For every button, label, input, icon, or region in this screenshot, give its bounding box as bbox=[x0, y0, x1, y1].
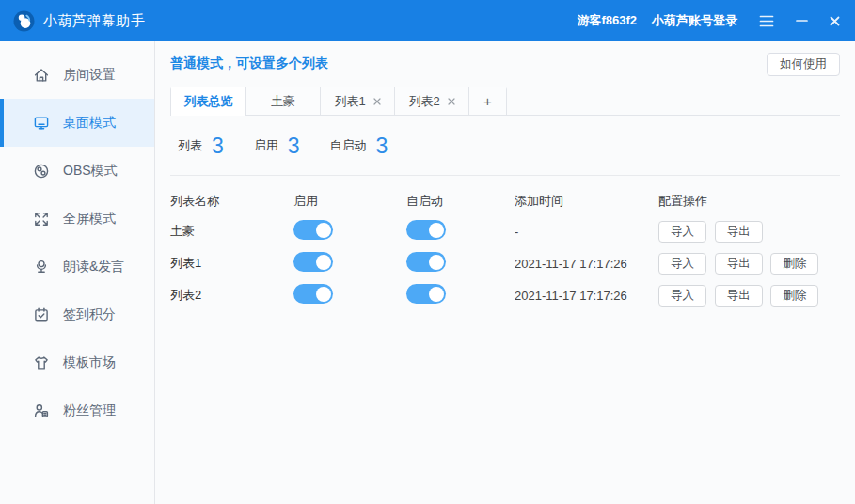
added-time: 2021-11-17 17:17:26 bbox=[515, 289, 658, 303]
table-row: 列表2 2021-11-17 17:17:26 导入 导出 删除 bbox=[170, 279, 840, 311]
sidebar-item-label: OBS模式 bbox=[63, 163, 118, 180]
enable-toggle[interactable] bbox=[293, 284, 333, 304]
stats-row: 列表 3 启用 3 自启动 3 bbox=[170, 116, 840, 159]
tab-bar: 列表总览 土豪 列表1 列表2 + bbox=[170, 87, 840, 116]
tab-list-1[interactable]: 列表1 bbox=[320, 87, 394, 116]
mode-title: 普通模式，可设置多个列表 bbox=[170, 55, 328, 72]
stat-enabled: 启用 3 bbox=[254, 135, 300, 157]
sidebar-item-fans-management[interactable]: 粉丝管理 bbox=[0, 386, 154, 434]
autostart-toggle[interactable] bbox=[406, 284, 446, 304]
stat-autostart: 自启动 3 bbox=[330, 135, 388, 157]
enable-toggle[interactable] bbox=[293, 252, 333, 272]
desktop-icon bbox=[33, 115, 50, 132]
guest-id: 游客f863f2 bbox=[577, 12, 637, 29]
sidebar-item-label: 桌面模式 bbox=[63, 115, 116, 132]
sidebar-item-label: 朗读&发言 bbox=[63, 259, 124, 276]
tab-close-icon[interactable] bbox=[373, 98, 381, 105]
delete-button[interactable]: 删除 bbox=[770, 285, 818, 307]
sidebar-item-label: 粉丝管理 bbox=[63, 402, 116, 419]
app-logo-icon bbox=[13, 10, 35, 32]
delete-button[interactable]: 删除 bbox=[770, 253, 818, 275]
export-button[interactable]: 导出 bbox=[715, 253, 763, 275]
tab-list-overview[interactable]: 列表总览 bbox=[171, 87, 245, 116]
col-enabled: 启用 bbox=[293, 193, 406, 210]
sidebar-item-label: 房间设置 bbox=[63, 67, 116, 84]
sidebar-item-speech[interactable]: 朗读&发言 bbox=[0, 243, 154, 291]
export-button[interactable]: 导出 bbox=[715, 221, 763, 243]
table-row: 列表1 2021-11-17 17:17:26 导入 导出 删除 bbox=[170, 247, 840, 279]
how-to-use-button[interactable]: 如何使用 bbox=[767, 53, 840, 76]
add-tab-button[interactable]: + bbox=[468, 87, 506, 116]
import-button[interactable]: 导入 bbox=[658, 285, 706, 307]
col-actions: 配置操作 bbox=[658, 193, 840, 210]
col-list-name: 列表名称 bbox=[170, 193, 293, 210]
tab-list-2[interactable]: 列表2 bbox=[394, 87, 468, 116]
autostart-toggle[interactable] bbox=[406, 252, 446, 272]
col-added-time: 添加时间 bbox=[515, 193, 658, 210]
list-name: 土豪 bbox=[170, 223, 293, 240]
stat-lists-value: 3 bbox=[212, 135, 224, 157]
enable-toggle[interactable] bbox=[293, 220, 333, 240]
list-name: 列表2 bbox=[170, 287, 293, 304]
import-button[interactable]: 导入 bbox=[658, 253, 706, 275]
account-login-link[interactable]: 小葫芦账号登录 bbox=[652, 12, 737, 29]
sidebar-item-obs-mode[interactable]: OBS模式 bbox=[0, 147, 154, 195]
close-icon[interactable] bbox=[830, 16, 840, 26]
added-time: 2021-11-17 17:17:26 bbox=[515, 257, 658, 271]
export-button[interactable]: 导出 bbox=[715, 285, 763, 307]
fans-icon bbox=[33, 402, 50, 419]
home-icon bbox=[33, 67, 50, 84]
tab-tuhao[interactable]: 土豪 bbox=[245, 87, 320, 116]
tshirt-icon bbox=[33, 354, 50, 371]
sidebar: 房间设置 桌面模式 OBS模式 bbox=[0, 41, 155, 504]
content-header: 普通模式，可设置多个列表 如何使用 bbox=[170, 41, 840, 87]
col-autostart: 自启动 bbox=[406, 193, 515, 210]
import-button[interactable]: 导入 bbox=[658, 221, 706, 243]
fullscreen-icon bbox=[33, 211, 50, 228]
added-time: - bbox=[515, 225, 658, 239]
obs-icon bbox=[33, 163, 50, 180]
app-title: 小葫芦弹幕助手 bbox=[43, 12, 146, 30]
autostart-toggle[interactable] bbox=[406, 220, 446, 240]
main-content: 普通模式，可设置多个列表 如何使用 列表总览 土豪 列表1 列表2 bbox=[155, 41, 855, 504]
calendar-check-icon bbox=[33, 307, 50, 323]
sidebar-item-label: 模板市场 bbox=[63, 354, 116, 371]
menu-icon[interactable] bbox=[759, 15, 774, 27]
sidebar-item-label: 全屏模式 bbox=[63, 211, 116, 228]
divider bbox=[170, 175, 840, 176]
sidebar-item-template-market[interactable]: 模板市场 bbox=[0, 339, 154, 386]
minimize-icon[interactable] bbox=[796, 19, 808, 23]
table-header: 列表名称 启用 自启动 添加时间 配置操作 bbox=[170, 187, 840, 215]
sidebar-item-desktop-mode[interactable]: 桌面模式 bbox=[0, 99, 154, 147]
sidebar-item-label: 签到积分 bbox=[63, 307, 116, 323]
list-name: 列表1 bbox=[170, 255, 293, 272]
stat-lists: 列表 3 bbox=[178, 135, 224, 157]
plus-icon: + bbox=[483, 93, 492, 109]
sidebar-item-fullscreen-mode[interactable]: 全屏模式 bbox=[0, 195, 154, 243]
titlebar: 小葫芦弹幕助手 游客f863f2 小葫芦账号登录 bbox=[0, 0, 855, 41]
stat-autostart-value: 3 bbox=[376, 135, 388, 157]
mic-icon bbox=[33, 259, 50, 276]
tab-close-icon[interactable] bbox=[448, 98, 455, 105]
stat-enabled-value: 3 bbox=[288, 135, 300, 157]
table-row: 土豪 - 导入 导出 bbox=[170, 215, 840, 247]
sidebar-item-checkin-points[interactable]: 签到积分 bbox=[0, 291, 154, 339]
sidebar-item-room-settings[interactable]: 房间设置 bbox=[0, 51, 154, 99]
